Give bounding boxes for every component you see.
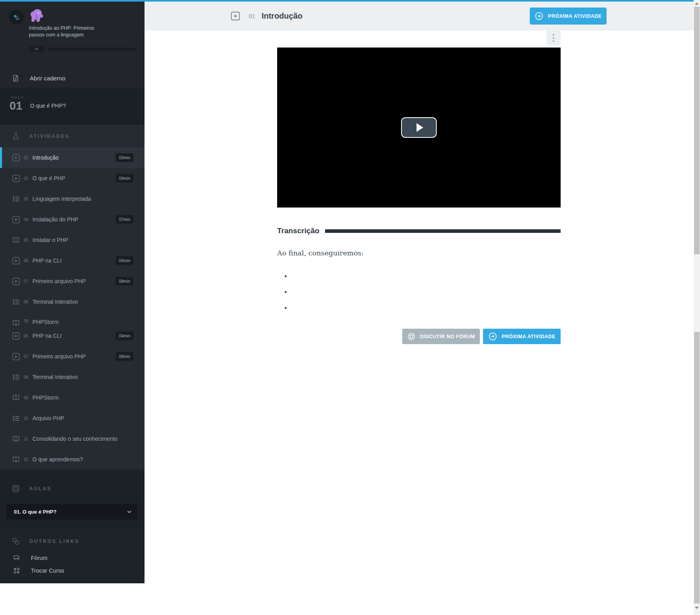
activity-label: PHPStorm [32, 394, 59, 401]
activity-label: Primeiro arquivo PHP [32, 353, 86, 360]
scrollbar-thumb[interactable] [694, 7, 700, 254]
activity-row[interactable]: 06 PHP na CLI 04min [0, 326, 145, 346]
next-activity-button-top[interactable]: PRÓXIMA ATIVIDADE [530, 8, 607, 25]
activities-section-header: ATIVIDADES [0, 125, 145, 147]
play-icon [417, 123, 423, 132]
activity-number: 07 [24, 354, 29, 359]
activities-header-label: ATIVIDADES [29, 133, 70, 139]
exercise-activity-icon [12, 298, 20, 306]
sidebar-link-label: Fórum [31, 555, 48, 561]
collapse-sidebar-button[interactable] [9, 10, 24, 25]
exercise-activity-icon [12, 195, 20, 203]
activity-number: 12 [24, 457, 29, 462]
lessons-section-header: AULAS [0, 484, 51, 493]
activity-row[interactable]: 10 Arquivo PHP [0, 408, 145, 428]
switch-course-icon [13, 567, 20, 574]
scrollbar-thumb[interactable] [694, 332, 700, 604]
sidebar-link[interactable]: Fórum [0, 552, 145, 564]
progress-percent-badge: % [29, 46, 44, 52]
video-activity-icon [12, 215, 20, 223]
activity-row[interactable]: 07 Primeiro arquivo PHP 08min [0, 271, 145, 291]
activity-number: 02 [24, 176, 29, 181]
progress-bar [48, 48, 135, 51]
activity-row[interactable]: 02 O que é PHP 04min [0, 168, 145, 188]
scroll-up-arrow[interactable] [695, 2, 699, 5]
activity-row[interactable]: 03 Linguagem interpretada [0, 188, 145, 209]
transcript-bullet-list [277, 270, 539, 314]
activity-number: 05 [24, 238, 29, 242]
activity-row[interactable]: 08 Terminal Interativo [0, 291, 145, 312]
activity-duration-badge: 04min [116, 256, 133, 265]
discuss-forum-label: DISCUTIR NO FORUM [420, 334, 475, 339]
discuss-forum-button[interactable]: DISCUTIR NO FORUM [402, 329, 480, 344]
circle-arrow-icon [488, 332, 497, 341]
activity-row[interactable]: 12 O que aprendemos? [0, 449, 145, 470]
lesson-title: O que é PHP? [30, 103, 66, 109]
activity-row[interactable]: 08 Terminal Interativo [0, 367, 145, 387]
activity-duration-badge: 04min [116, 174, 133, 183]
activity-number: 10 [24, 416, 29, 421]
video-player[interactable] [277, 48, 561, 208]
next-activity-button-bottom[interactable]: PRÓXIMA ATIVIDADE [483, 329, 561, 344]
next-activity-label: PRÓXIMA ATIVIDADE [548, 13, 602, 19]
page-scrollbar[interactable] [694, 0, 700, 615]
open-notebook-label: Abrir caderno [30, 75, 65, 82]
activity-number: 01 [24, 156, 29, 160]
forum-icon [13, 554, 20, 562]
activity-label: Linguagem interpretada [32, 196, 91, 202]
video-activity-icon [12, 154, 20, 162]
sidebar-link-label: Trocar Curso [31, 567, 64, 574]
course-sidebar: Introdução ao PHP: Primeiros passos com … [0, 2, 145, 583]
activity-row[interactable]: 01 Introdução 03min [0, 147, 145, 168]
video-activity-icon [12, 332, 20, 340]
activities-list: 01 Introdução 03min 02 O que é PHP 04min… [0, 147, 145, 470]
activity-label: O que aprendemos? [32, 456, 83, 463]
activity-duration-badge: 08min [116, 352, 133, 361]
scroll-down-arrow[interactable] [695, 607, 699, 609]
activity-number: 09 [24, 396, 29, 400]
activity-label: Primeiro arquivo PHP [32, 278, 86, 284]
activity-number: 03 [24, 197, 29, 201]
activities-section: ATIVIDADES 01 Introdução 03min 02 O que … [0, 125, 145, 470]
activity-label: Introdução [32, 154, 59, 161]
transcript-list-intro: Ao final, conseguiremos: [277, 247, 538, 259]
activity-duration-badge: 07min [116, 215, 133, 224]
lesson-select-dropdown[interactable]: 01. O que é PHP? [6, 504, 137, 520]
open-notebook-button[interactable]: Abrir caderno [0, 68, 145, 88]
course-title: Introdução ao PHP: Primeiros passos com … [29, 25, 99, 38]
sidebar-link[interactable]: Trocar Curso [0, 564, 145, 577]
activity-row[interactable]: 06 PHP na CLI 04min [0, 250, 145, 271]
more-options-menu[interactable] [546, 30, 561, 46]
flask-icon [12, 132, 20, 140]
play-button[interactable] [401, 117, 437, 138]
next-activity-bottom-label: PRÓXIMA ATIVIDADE [502, 334, 555, 339]
activity-row[interactable]: 04 Instalação do PHP 07min [0, 209, 145, 230]
current-lesson-block: AULA 01 O que é PHP? [0, 88, 145, 125]
video-activity-icon [12, 352, 20, 360]
activity-label: Instalação do PHP [32, 216, 78, 223]
other-links-header-label: OUTROS LINKS [29, 539, 80, 544]
heading-rule [325, 229, 561, 233]
lessons-book-icon [12, 485, 20, 493]
activity-row[interactable]: 09 PHPStorm [0, 312, 145, 326]
activity-label: PHP na CLI [32, 333, 62, 339]
exercise-activity-icon [12, 414, 20, 422]
top-accent-bar [0, 0, 694, 2]
activity-row[interactable]: 07 Primeiro arquivo PHP 08min [0, 346, 145, 367]
activity-number: 06 [24, 259, 29, 263]
reading-activity-icon [12, 455, 20, 463]
activity-row[interactable]: 11 Consolidando o seu conhecimento [0, 428, 145, 449]
transcript-bullet [291, 301, 539, 314]
activity-number: 09 [24, 319, 29, 323]
activity-number: 07 [24, 279, 29, 284]
chevron-down-icon [127, 509, 132, 514]
active-indicator [0, 147, 2, 168]
activity-row[interactable]: 05 Instalar o PHP [0, 230, 145, 250]
transcript-article: Transcrição Ao final, conseguiremos: DIS… [277, 223, 561, 344]
lessons-section: AULAS 01. O que é PHP? [0, 470, 145, 528]
course-page: Introdução ao PHP: Primeiros passos com … [0, 0, 700, 615]
activity-row[interactable]: 09 PHPStorm [0, 387, 145, 408]
activity-label: PHP na CLI [32, 257, 62, 264]
reading-activity-icon [12, 435, 20, 443]
transcription-heading-row: Transcrição [277, 227, 561, 235]
